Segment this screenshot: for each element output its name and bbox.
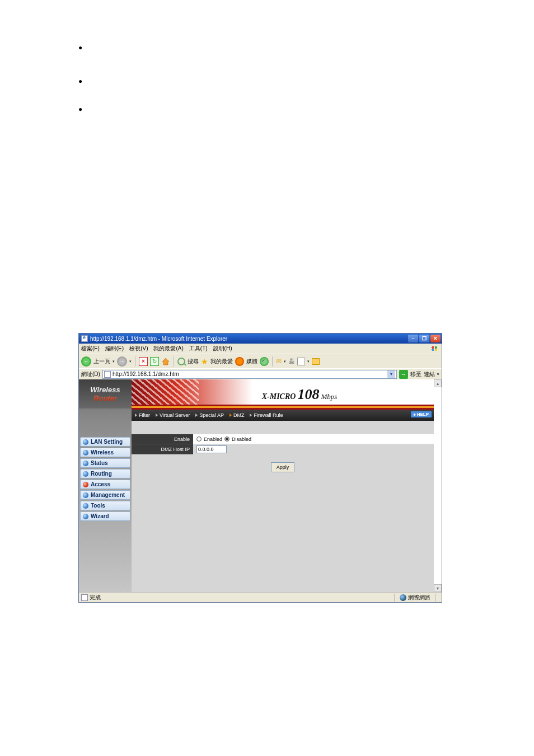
menu-tools[interactable]: 工具(T) — [189, 345, 208, 353]
address-input[interactable]: http://192.168.1.1/dmz.htm ▾ — [102, 370, 397, 379]
bullet-item — [78, 78, 478, 84]
triangle-icon — [156, 414, 158, 417]
back-icon[interactable]: ← — [81, 356, 91, 367]
discuss-icon[interactable] — [312, 358, 320, 365]
disabled-radio[interactable] — [224, 436, 229, 442]
search-label: 搜尋 — [188, 358, 199, 365]
enable-label: Enable — [132, 434, 193, 444]
edit-icon[interactable] — [297, 358, 305, 365]
minimize-button[interactable]: – — [408, 335, 418, 342]
router-main: X-MICRO 108 Mbps Filter Virtual Server S… — [132, 379, 434, 592]
menu-file[interactable]: 檔案(F) — [81, 345, 100, 353]
page-icon — [104, 371, 111, 378]
go-button[interactable]: → — [399, 370, 408, 379]
ie-window: http://192.168.1.1/dmz.htm - Microsoft I… — [78, 333, 442, 603]
subnav-special-ap[interactable]: Special AP — [195, 412, 224, 418]
enabled-radio[interactable] — [196, 436, 202, 442]
router-logo: Wireless Router — [79, 379, 132, 408]
sidebar-item-label: Access — [91, 481, 110, 487]
subnav-virtual-server[interactable]: Virtual Server — [156, 412, 190, 418]
close-button[interactable]: ✕ — [430, 335, 441, 342]
bullet-icon — [83, 461, 88, 466]
menu-view[interactable]: 檢視(V) — [129, 345, 148, 353]
apply-button[interactable]: Apply — [271, 462, 294, 472]
menu-favorites[interactable]: 我的最愛(A) — [153, 345, 183, 353]
links-more-icon[interactable]: » — [437, 372, 439, 377]
sidebar-item-label: Wireless — [91, 449, 114, 456]
bullet-icon — [83, 450, 88, 456]
enabled-text: Enabled — [204, 436, 222, 442]
triangle-icon — [414, 413, 416, 416]
scroll-up-icon[interactable]: ▴ — [434, 379, 442, 387]
maximize-button[interactable]: ❐ — [419, 335, 429, 342]
sidebar-item-label: Wizard — [91, 513, 109, 519]
triangle-icon — [135, 414, 137, 417]
go-label: 移至 — [410, 370, 421, 378]
router-subnav: Filter Virtual Server Special AP DMZ Fir… — [132, 410, 434, 421]
title-bar: http://192.168.1.1/dmz.htm - Microsoft I… — [79, 334, 442, 344]
sidebar-item-label: Status — [91, 460, 108, 466]
menu-edit[interactable]: 編輯(E) — [105, 345, 124, 353]
help-button[interactable]: HELP — [411, 411, 432, 417]
brand-prefix: X-MICRO — [262, 392, 296, 401]
edit-dropdown-icon[interactable]: ▾ — [307, 359, 310, 364]
favorites-label: 我的最愛 — [210, 358, 233, 365]
sidebar-item-label: Routing — [91, 471, 112, 477]
sidebar-item-label: LAN Setting — [91, 439, 123, 445]
back-label: 上一頁 — [93, 358, 110, 365]
sidebar-item-status[interactable]: Status — [80, 458, 130, 468]
dmz-host-ip-label: DMZ Host IP — [132, 444, 193, 454]
ie-page-icon — [81, 335, 88, 342]
sidebar-item-access[interactable]: Access — [80, 480, 130, 489]
subnav-filter[interactable]: Filter — [135, 412, 150, 418]
history-icon[interactable] — [260, 357, 269, 366]
mail-dropdown-icon[interactable]: ▾ — [284, 359, 286, 364]
sidebar-item-label: Tools — [91, 503, 105, 509]
sidebar-item-wireless[interactable]: Wireless — [80, 448, 130, 457]
home-icon[interactable] — [161, 357, 170, 366]
forward-icon[interactable]: → — [117, 356, 127, 367]
search-icon[interactable] — [177, 358, 185, 365]
back-dropdown-icon[interactable]: ▾ — [113, 359, 115, 364]
status-zone: 網際網路 — [408, 594, 430, 602]
subnav-dmz[interactable]: DMZ — [229, 412, 245, 418]
sidebar-item-lan-setting[interactable]: LAN Setting — [80, 437, 130, 447]
stop-icon[interactable]: × — [139, 357, 148, 366]
bullet-icon — [83, 503, 88, 509]
windows-flag-icon — [429, 345, 439, 353]
brand-suffix: Mbps — [321, 392, 337, 401]
sidebar-item-management[interactable]: Management — [80, 490, 130, 500]
scroll-down-icon[interactable]: ▾ — [434, 584, 442, 592]
bullet-item — [78, 106, 478, 112]
sidebar-item-tools[interactable]: Tools — [80, 501, 130, 510]
subnav-firewall-rule[interactable]: Firewall Rule — [250, 412, 283, 418]
disabled-text: Disabled — [232, 436, 251, 442]
brand-big: 108 — [297, 386, 319, 403]
address-bar: 網址(D) http://192.168.1.1/dmz.htm ▾ → 移至 … — [79, 368, 442, 379]
mail-icon[interactable]: ✉ — [276, 358, 282, 365]
dmz-host-ip-input[interactable] — [196, 445, 227, 453]
triangle-icon — [195, 414, 198, 417]
triangle-icon — [250, 414, 252, 417]
forward-dropdown-icon[interactable]: ▾ — [129, 359, 132, 364]
toolbar: ← 上一頁 ▾ → ▾ × ↻ 搜尋 ★ 我的最愛 媒體 ✉ ▾ 🖶 ▾ — [79, 354, 442, 368]
window-title: http://192.168.1.1/dmz.htm - Microsoft I… — [90, 336, 408, 342]
refresh-icon[interactable]: ↻ — [150, 357, 159, 366]
address-label: 網址(D) — [81, 370, 100, 378]
logo-line2: Router — [93, 394, 117, 402]
print-icon[interactable]: 🖶 — [288, 358, 295, 365]
sidebar-item-wizard[interactable]: Wizard — [80, 511, 130, 521]
bullet-icon — [83, 514, 88, 519]
status-done: 完成 — [90, 594, 101, 602]
links-label[interactable]: 連結 — [424, 370, 435, 378]
router-banner: X-MICRO 108 Mbps — [132, 379, 434, 410]
menu-bar: 檔案(F) 編輯(E) 檢視(V) 我的最愛(A) 工具(T) 說明(H) — [79, 344, 442, 354]
page-icon — [81, 594, 88, 601]
media-icon[interactable] — [235, 357, 244, 366]
sidebar-item-routing[interactable]: Routing — [80, 469, 130, 478]
favorites-icon[interactable]: ★ — [201, 357, 208, 366]
address-dropdown-icon[interactable]: ▾ — [387, 370, 395, 378]
bullet-icon — [83, 492, 88, 498]
logo-line1: Wireless — [90, 386, 120, 394]
menu-help[interactable]: 說明(H) — [213, 345, 232, 353]
